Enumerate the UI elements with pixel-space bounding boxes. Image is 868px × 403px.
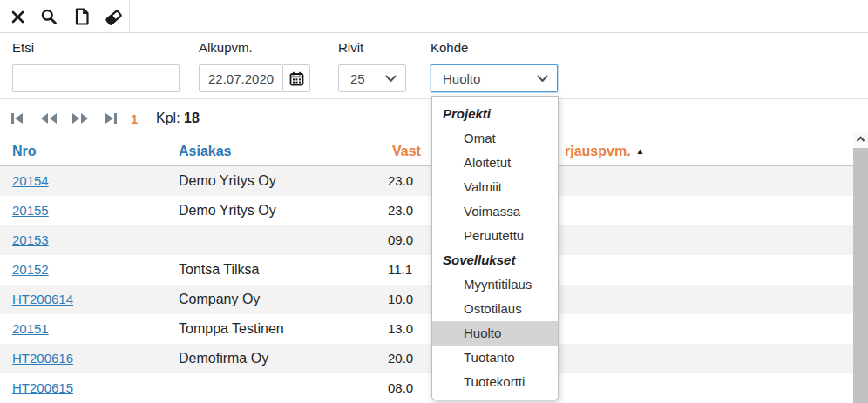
- table-header: Nro Asiakas Vast rjauspvm.▲: [0, 139, 854, 166]
- toolbar-divider: [129, 0, 130, 32]
- close-icon[interactable]: [7, 6, 28, 27]
- rows-select[interactable]: 25: [338, 64, 406, 92]
- nro-cell: HT200614: [12, 285, 73, 314]
- search-icon[interactable]: [38, 6, 59, 27]
- target-select[interactable]: Huolto: [431, 64, 558, 92]
- table-row[interactable]: HT200615 08.0: [0, 373, 854, 403]
- count-label: Kpl:: [156, 111, 180, 125]
- nro-cell: 20154: [12, 166, 49, 196]
- dropdown-option-voimassa[interactable]: Voimassa: [432, 199, 558, 224]
- rows-label: Rivit: [338, 40, 363, 55]
- scroll-up-icon[interactable]: [853, 131, 868, 148]
- table-body: 20154 Demo Yritys Oy 23.0 20155 Demo Yri…: [0, 166, 854, 403]
- table-row[interactable]: HT200614 Company Oy 10.0: [0, 285, 854, 314]
- nro-link[interactable]: 20151: [12, 321, 49, 336]
- nro-cell: 20155: [12, 196, 49, 225]
- nro-cell: 20153: [12, 225, 49, 255]
- start-date-input[interactable]: [199, 64, 283, 92]
- table-row[interactable]: HT200616 Demofirma Oy 20.0: [0, 344, 854, 373]
- nro-cell: 20152: [12, 255, 49, 285]
- nro-cell: HT200615: [12, 373, 73, 403]
- table-row[interactable]: 20155 Demo Yritys Oy 23.0: [0, 196, 854, 225]
- asiakas-cell: Tomppa Testinen: [179, 314, 284, 344]
- dropdown-option-myyntitilaus[interactable]: Myyntitilaus: [432, 272, 558, 297]
- app-window: Etsi Alkupvm. Rivit Kohde 25 Huolto 1 Kp…: [0, 0, 868, 403]
- dropdown-option-huolto[interactable]: Huolto: [432, 321, 558, 346]
- pvm-cell: 20.0: [388, 344, 413, 373]
- dropdown-group-sovellukset: Sovellukset: [432, 248, 558, 272]
- nro-link[interactable]: 20154: [12, 173, 49, 188]
- asiakas-cell: Company Oy: [179, 285, 260, 314]
- start-date-label: Alkupvm.: [199, 40, 253, 55]
- nro-link[interactable]: HT200615: [12, 380, 73, 395]
- dropdown-option-omat[interactable]: Omat: [432, 126, 558, 151]
- chevron-down-icon: [537, 75, 548, 83]
- sort-asc-icon: ▲: [636, 146, 645, 156]
- last-page-icon[interactable]: [103, 111, 122, 129]
- column-header-nro[interactable]: Nro: [12, 144, 37, 159]
- pvm-cell: 23.0: [388, 166, 413, 196]
- target-dropdown-menu: Projekti Omat Aloitetut Valmiit Voimassa…: [431, 96, 559, 400]
- calendar-icon: [289, 71, 304, 86]
- next-page-icon[interactable]: [71, 111, 91, 129]
- dropdown-option-aloitetut[interactable]: Aloitetut: [432, 151, 558, 175]
- nro-cell: 20151: [12, 314, 49, 344]
- target-select-value: Huolto: [443, 71, 537, 86]
- current-page[interactable]: 1: [131, 111, 138, 126]
- scrollbar-thumb[interactable]: [853, 148, 868, 403]
- dropdown-option-tuotanto[interactable]: Tuotanto: [432, 346, 558, 370]
- toolbar: [0, 0, 868, 33]
- pvm-cell: 23.0: [388, 196, 413, 225]
- column-header-label: rjauspvm.: [565, 144, 631, 158]
- nro-link[interactable]: HT200614: [12, 292, 73, 306]
- calendar-button[interactable]: [283, 64, 310, 92]
- table-row[interactable]: 20151 Tomppa Testinen 13.0: [0, 314, 854, 344]
- table-row[interactable]: 20153 09.0: [0, 225, 854, 255]
- asiakas-cell: Demo Yritys Oy: [179, 196, 276, 225]
- nro-link[interactable]: 20153: [12, 232, 49, 247]
- dropdown-option-peruutettu[interactable]: Peruutettu: [432, 224, 558, 248]
- dropdown-option-valmiit[interactable]: Valmiit: [432, 175, 558, 199]
- eraser-icon[interactable]: [103, 6, 124, 27]
- dropdown-option-ostotilaus[interactable]: Ostotilaus: [432, 297, 558, 321]
- result-count: Kpl: 18: [156, 111, 200, 126]
- search-label: Etsi: [12, 40, 34, 55]
- column-header-vast[interactable]: Vast: [392, 144, 421, 159]
- pvm-cell: 09.0: [388, 225, 413, 255]
- rows-select-value: 25: [350, 71, 385, 86]
- asiakas-cell: Demofirma Oy: [179, 344, 268, 373]
- first-page-icon[interactable]: [10, 111, 30, 129]
- nro-link[interactable]: 20155: [12, 203, 49, 218]
- table-row[interactable]: 20152 Tontsa Tilksa 11.1: [0, 255, 854, 285]
- vertical-scrollbar[interactable]: [853, 131, 868, 403]
- column-header-asiakas[interactable]: Asiakas: [179, 144, 232, 159]
- dropdown-option-tuotekortti[interactable]: Tuotekortti: [432, 370, 558, 394]
- pvm-cell: 11.1: [388, 255, 412, 285]
- table-row[interactable]: 20154 Demo Yritys Oy 23.0: [0, 166, 854, 196]
- nro-link[interactable]: HT200616: [12, 351, 73, 366]
- search-input[interactable]: [12, 64, 180, 92]
- nro-cell: HT200616: [12, 344, 73, 373]
- asiakas-cell: Tontsa Tilksa: [179, 255, 259, 285]
- pvm-cell: 08.0: [388, 373, 413, 403]
- pvm-cell: 13.0: [388, 314, 413, 344]
- asiakas-cell: Demo Yritys Oy: [179, 166, 276, 196]
- count-value: 18: [184, 111, 200, 125]
- pvm-cell: 10.0: [388, 285, 413, 314]
- dropdown-group-projekti: Projekti: [432, 102, 558, 126]
- chevron-down-icon: [385, 75, 397, 83]
- target-label: Kohde: [431, 40, 468, 55]
- column-header-kirjauspvm[interactable]: rjauspvm.▲: [565, 144, 645, 159]
- document-icon[interactable]: [71, 6, 92, 27]
- prev-page-icon[interactable]: [40, 111, 59, 129]
- nro-link[interactable]: 20152: [12, 262, 49, 277]
